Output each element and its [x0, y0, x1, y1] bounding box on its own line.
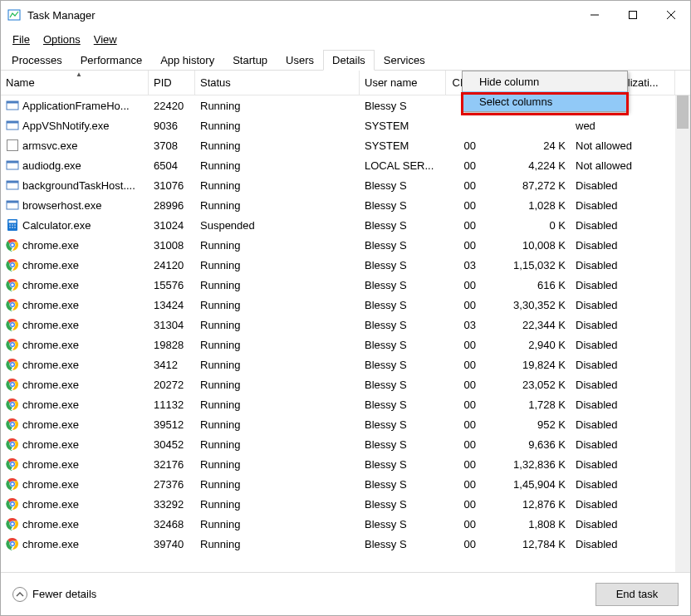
svg-rect-8 [7, 121, 18, 124]
process-name-text: chrome.exe [22, 398, 79, 411]
chevron-up-icon [12, 587, 27, 602]
cell-uac: Disabled [571, 315, 675, 335]
cell-user: Blessy S [360, 354, 446, 374]
process-icon [6, 378, 19, 391]
svg-point-38 [11, 323, 13, 325]
table-row[interactable]: chrome.exe31304RunningBlessy S0322,344 K… [1, 315, 690, 335]
cell-uac: Disabled [571, 195, 675, 215]
col-header-pid[interactable]: PID [149, 71, 195, 95]
cell-mem [481, 115, 571, 135]
table-row[interactable]: chrome.exe13424RunningBlessy S003,30,352… [1, 295, 690, 315]
cell-status: Running [195, 534, 360, 554]
table-row[interactable]: chrome.exe19828RunningBlessy S002,940 KD… [1, 335, 690, 354]
col-header-name[interactable]: Name ▲ [1, 71, 149, 95]
menubar: File Options View [1, 29, 690, 49]
table-row[interactable]: chrome.exe39512RunningBlessy S00952 KDis… [1, 414, 690, 434]
cell-mem: 1,808 K [481, 514, 571, 534]
maximize-button[interactable] [614, 1, 652, 29]
process-icon [6, 218, 19, 232]
cell-uac: Disabled [571, 514, 675, 534]
cell-pid: 9036 [149, 115, 195, 135]
tab-services[interactable]: Services [375, 50, 434, 71]
cell-name: chrome.exe [1, 474, 149, 494]
table-row[interactable]: browserhost.exe28996RunningBlessy S001,0… [1, 195, 690, 215]
cell-mem: 0 K [481, 215, 571, 235]
svg-point-47 [11, 383, 13, 385]
footer: Fewer details End task [1, 572, 690, 615]
table-row[interactable]: chrome.exe30452RunningBlessy S009,636 KD… [1, 434, 690, 454]
table-row[interactable]: chrome.exe27376RunningBlessy S001,45,904… [1, 474, 690, 494]
table-row[interactable]: chrome.exe33292RunningBlessy S0012,876 K… [1, 494, 690, 514]
vertical-scrollbar[interactable] [675, 95, 690, 572]
cell-mem: 1,728 K [481, 394, 571, 414]
cell-cpu: 00 [446, 374, 481, 394]
cell-status: Running [195, 135, 360, 155]
cell-name: chrome.exe [1, 335, 149, 354]
tab-processes[interactable]: Processes [2, 50, 71, 71]
svg-rect-11 [7, 161, 18, 164]
cell-pid: 39512 [149, 414, 195, 434]
cell-mem: 19,824 K [481, 354, 571, 374]
cell-name: chrome.exe [1, 235, 149, 255]
process-icon [6, 159, 19, 172]
tab-details[interactable]: Details [323, 50, 375, 71]
titlebar[interactable]: Task Manager [1, 1, 690, 29]
cell-status: Running [195, 275, 360, 295]
cell-pid: 31024 [149, 215, 195, 235]
ctx-hide-column[interactable]: Hide column [463, 71, 627, 91]
table-row[interactable]: armsvc.exe3708RunningSYSTEM0024 KNot all… [1, 135, 690, 155]
cell-uac: Disabled [571, 474, 675, 494]
svg-rect-9 [7, 140, 18, 151]
svg-point-32 [11, 283, 13, 286]
table-row[interactable]: chrome.exe31008RunningBlessy S0010,008 K… [1, 235, 690, 255]
cell-pid: 13424 [149, 295, 195, 315]
table-row[interactable]: chrome.exe32468RunningBlessy S001,808 KD… [1, 514, 690, 534]
tab-app-history[interactable]: App history [151, 50, 223, 71]
tab-startup[interactable]: Startup [223, 50, 277, 71]
minimize-button[interactable] [576, 1, 614, 29]
cell-name: chrome.exe [1, 514, 149, 534]
ctx-select-columns[interactable]: Select columns [463, 91, 627, 111]
svg-point-62 [11, 482, 13, 485]
svg-point-65 [11, 502, 13, 505]
table-row[interactable]: chrome.exe15576RunningBlessy S00616 KDis… [1, 275, 690, 295]
table-row[interactable]: chrome.exe20272RunningBlessy S0023,052 K… [1, 374, 690, 394]
svg-point-19 [12, 224, 13, 226]
tab-users[interactable]: Users [277, 50, 323, 71]
end-task-button[interactable]: End task [595, 583, 679, 606]
cell-uac: Not allowed [571, 135, 675, 155]
cell-cpu: 00 [446, 434, 481, 454]
table-row[interactable]: chrome.exe3412RunningBlessy S0019,824 KD… [1, 354, 690, 374]
process-name-text: chrome.exe [22, 239, 79, 252]
cell-status: Running [195, 255, 360, 275]
cell-cpu: 03 [446, 255, 481, 275]
fewer-details-toggle[interactable]: Fewer details [12, 587, 96, 602]
tab-performance[interactable]: Performance [71, 50, 151, 71]
cell-status: Running [195, 175, 360, 195]
svg-point-50 [11, 403, 13, 405]
table-row[interactable]: chrome.exe11132RunningBlessy S001,728 KD… [1, 394, 690, 414]
menu-file[interactable]: File [6, 32, 37, 47]
col-header-user[interactable]: User name [360, 71, 446, 95]
menu-options[interactable]: Options [37, 32, 87, 47]
close-button[interactable] [652, 1, 690, 29]
menu-view[interactable]: View [87, 32, 124, 47]
scrollbar-thumb[interactable] [677, 95, 689, 129]
cell-status: Running [195, 414, 360, 434]
table-row[interactable]: chrome.exe24120RunningBlessy S031,15,032… [1, 255, 690, 275]
process-name-text: browserhost.exe [22, 199, 101, 212]
process-name-text: chrome.exe [22, 418, 79, 431]
cell-uac: Disabled [571, 414, 675, 434]
svg-point-41 [11, 343, 13, 345]
table-row[interactable]: chrome.exe39740RunningBlessy S0012,784 K… [1, 534, 690, 554]
table-row[interactable]: AppVShNotify.exe9036RunningSYSTEMwed [1, 115, 690, 135]
table-row[interactable]: audiodg.exe6504RunningLOCAL SER...004,22… [1, 155, 690, 175]
table-row[interactable]: Calculator.exe31024SuspendedBlessy S000 … [1, 215, 690, 235]
cell-mem: 12,876 K [481, 494, 571, 514]
table-row[interactable]: backgroundTaskHost....31076RunningBlessy… [1, 175, 690, 195]
table-row[interactable]: chrome.exe32176RunningBlessy S001,32,836… [1, 454, 690, 474]
cell-mem: 2,940 K [481, 335, 571, 354]
cell-cpu: 00 [446, 514, 481, 534]
cell-uac: wed [571, 115, 675, 135]
col-header-status[interactable]: Status [195, 71, 360, 95]
